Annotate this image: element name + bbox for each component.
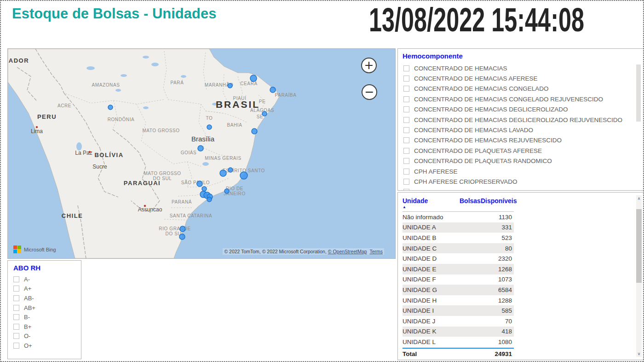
abo-rh-option[interactable]: O+: [8, 341, 75, 350]
table-row[interactable]: UNIDADE J70: [402, 316, 514, 327]
abo-rh-option-label: A-: [24, 276, 30, 283]
table-row[interactable]: UNIDADE I585: [402, 305, 514, 316]
table-row[interactable]: UNIDADE C80: [402, 243, 514, 254]
checkbox-unchecked-icon[interactable]: [403, 189, 409, 190]
checkbox-unchecked-icon[interactable]: [403, 169, 409, 175]
checkbox-unchecked-icon[interactable]: [403, 137, 409, 143]
checkbox-unchecked-icon[interactable]: [13, 286, 19, 292]
abo-rh-option[interactable]: A-: [8, 274, 75, 284]
terms-link[interactable]: Terms: [369, 249, 383, 254]
map-zoom-out-button[interactable]: −: [362, 84, 377, 100]
table-scrollbar-thumb[interactable]: [636, 209, 642, 283]
map-data-point[interactable]: [240, 172, 247, 179]
hemocomponente-option[interactable]: CONCENTRADO DE PLAQUETAS AFERESE: [398, 146, 637, 156]
map-label: SÃO PAULO: [181, 180, 210, 185]
abo-rh-option[interactable]: A+: [8, 284, 75, 294]
unit-cell: UNIDADE C: [402, 245, 460, 252]
checkbox-unchecked-icon[interactable]: [13, 343, 19, 349]
hemocomponente-scrollbar-thumb[interactable]: [636, 64, 641, 122]
checkbox-unchecked-icon[interactable]: [403, 96, 409, 102]
checkbox-unchecked-icon[interactable]: [13, 276, 19, 282]
map-data-point[interactable]: [228, 83, 232, 88]
abo-rh-option[interactable]: B+: [8, 322, 75, 332]
brazil-map[interactable]: ECUADORPERUBOLÍVIAPARAGUAICHILEBRASILLim…: [8, 49, 395, 258]
map-data-point[interactable]: [224, 189, 229, 193]
checkbox-unchecked-icon[interactable]: [13, 314, 19, 320]
table-row[interactable]: UNIDADE K418: [402, 327, 514, 337]
unit-cell: UNIDADE B: [402, 234, 460, 241]
hemocomponente-option[interactable]: [398, 187, 637, 190]
checkbox-unchecked-icon[interactable]: [403, 158, 409, 164]
checkbox-unchecked-icon[interactable]: [13, 295, 19, 301]
abo-rh-list: A-A+AB-AB+B-B+O-O+: [8, 274, 75, 359]
hemocomponente-option[interactable]: CONCENTRADO DE HEMACIAS CONGELADO: [398, 84, 637, 94]
column-header-unidade[interactable]: Unidade ▲: [402, 197, 460, 210]
hemocomponente-option[interactable]: CONCENTRADO DE HEMACIAS CONGELADO REJUVE…: [398, 94, 637, 104]
abo-rh-option[interactable]: AB-: [8, 293, 75, 303]
map-data-point[interactable]: [262, 111, 267, 116]
map-label: GOIÁS: [181, 150, 197, 155]
abo-rh-option[interactable]: O-: [8, 332, 75, 341]
column-header-bolsas[interactable]: BolsasDisponíveis: [460, 197, 514, 210]
checkbox-unchecked-icon[interactable]: [403, 179, 409, 185]
hemocomponente-option[interactable]: CONCENTRADO DE HEMACIAS AFERESE: [398, 73, 637, 83]
table-row[interactable]: UNIDADE E1268: [402, 264, 514, 274]
map-data-point[interactable]: [252, 128, 257, 134]
checkbox-unchecked-icon[interactable]: [403, 106, 409, 112]
map-visual[interactable]: ECUADORPERUBOLÍVIAPARAGUAICHILEBRASILLim…: [7, 48, 396, 259]
table-row[interactable]: UNIDADE B523: [402, 233, 514, 243]
map-data-point[interactable]: [250, 75, 257, 82]
hemocomponente-option[interactable]: CONCENTRADO DE HEMACIAS: [398, 63, 637, 73]
map-data-point[interactable]: [197, 181, 202, 187]
map-data-point[interactable]: [207, 125, 212, 129]
scroll-down-icon[interactable]: ∨: [636, 350, 642, 357]
map-label: PARAÍBA: [275, 92, 297, 98]
map-zoom-in-button[interactable]: +: [361, 58, 377, 73]
table-row[interactable]: UNIDADE L1080: [402, 337, 514, 347]
map-data-point[interactable]: [108, 105, 113, 110]
map-label: Lima: [31, 128, 43, 134]
map-data-point[interactable]: [198, 146, 203, 151]
abo-rh-option[interactable]: B-: [8, 312, 75, 322]
table-row[interactable]: Não informado1130: [402, 212, 514, 222]
checkbox-unchecked-icon[interactable]: [403, 65, 409, 71]
map-data-point[interactable]: [179, 234, 185, 239]
hemocomponente-option[interactable]: CONCENTRADO DE HEMACIAS LAVADO: [398, 125, 637, 135]
scroll-up-icon[interactable]: ∧: [636, 195, 642, 202]
table-scrollbar[interactable]: ∧ ∨: [636, 195, 642, 357]
checkbox-unchecked-icon[interactable]: [403, 127, 409, 133]
map-data-point[interactable]: [270, 87, 276, 93]
checkbox-unchecked-icon[interactable]: [403, 117, 409, 123]
value-cell: 523: [460, 234, 514, 241]
unit-cell: UNIDADE H: [402, 297, 460, 304]
hemocomponente-option[interactable]: CONCENTRADO DE HEMACIAS REJUVENESCIDO: [398, 135, 637, 146]
map-data-point[interactable]: [228, 168, 233, 172]
hemocomponente-option[interactable]: CONCENTRADO DE HEMACIAS DEGLICEROLIZADO: [398, 105, 637, 115]
table-row[interactable]: UNIDADE A331: [402, 222, 514, 233]
map-data-point[interactable]: [180, 226, 185, 232]
dashboard: Estoque de Bolsas - Unidades 13/08/2022 …: [0, 0, 644, 362]
checkbox-unchecked-icon[interactable]: [403, 76, 409, 82]
unit-cell: UNIDADE L: [402, 339, 460, 345]
hemocomponente-option[interactable]: CPH AFERESE CRIOPRESERVADO: [398, 176, 637, 187]
checkbox-unchecked-icon[interactable]: [403, 148, 409, 154]
hemocomponente-list: CONCENTRADO DE HEMACIASCONCENTRADO DE HE…: [398, 63, 637, 190]
abo-rh-option[interactable]: AB+: [8, 303, 75, 313]
openstreetmap-link[interactable]: © OpenStreetMap: [328, 249, 367, 254]
microsoft-logo-square: [17, 245, 21, 249]
hemocomponente-option[interactable]: CONCENTRADO DE PLAQUETAS RANDOMICO: [398, 156, 637, 166]
checkbox-unchecked-icon[interactable]: [13, 305, 19, 311]
table-row[interactable]: UNIDADE F1073: [402, 274, 514, 285]
checkbox-unchecked-icon[interactable]: [13, 333, 19, 339]
table-row[interactable]: UNIDADE D2320: [402, 253, 514, 264]
checkbox-unchecked-icon[interactable]: [13, 324, 19, 330]
table-row[interactable]: UNIDADE G6584: [402, 285, 514, 295]
map-data-point[interactable]: [220, 170, 226, 176]
datetime-display: 13/08/2022 15:44:08: [369, 1, 644, 39]
table-row[interactable]: UNIDADE H1288: [402, 295, 514, 306]
hemocomponente-option[interactable]: CONCENTRADO DE HEMACIAS DEGLICEROLIZADO …: [398, 115, 637, 125]
hemocomponente-option[interactable]: CPH AFERESE: [398, 166, 637, 176]
map-data-point[interactable]: [202, 187, 207, 191]
checkbox-unchecked-icon[interactable]: [403, 86, 409, 92]
map-data-point[interactable]: [207, 197, 212, 202]
